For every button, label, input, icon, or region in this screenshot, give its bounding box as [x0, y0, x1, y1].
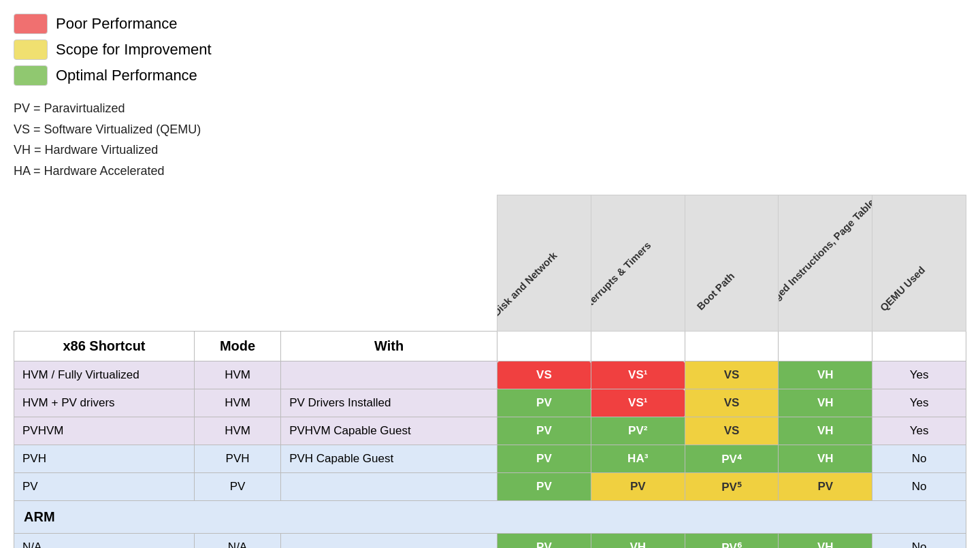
header-with-spacer — [281, 195, 497, 332]
angled-header-row: Disk and Network Interrupts & Timers Boo… — [14, 195, 966, 332]
header-mode-spacer — [194, 195, 280, 332]
th-disk-label — [497, 332, 591, 361]
cell-col-2: PV⁴ — [685, 445, 779, 473]
cell-shortcut: N/A — [14, 534, 195, 548]
cell-col-3: PV — [779, 473, 872, 501]
legend-item-poor: Poor Performance — [14, 14, 966, 34]
cell-with — [281, 361, 497, 389]
th-qemu-label — [872, 332, 966, 361]
th-priv-label — [779, 332, 872, 361]
cell-col-3: VH — [779, 417, 872, 445]
abbrev-pv: PV = Paravirtualized — [14, 98, 966, 119]
table-row-pvhvm: PVHVM HVM PVHVM Capable Guest PVPV²VSVHY… — [14, 417, 966, 445]
cell-shortcut: PVHVM — [14, 417, 195, 445]
cell-col-4: No — [872, 473, 966, 501]
table-row-pv: PV PV PVPVPV⁵PVNo — [14, 473, 966, 501]
cell-col-3: VH — [779, 389, 872, 417]
table-row-hvm1: HVM / Fully Virtualized HVM VSVS¹VSVHYes — [14, 361, 966, 389]
abbreviations-section: PV = Paravirtualized VS = Software Virtu… — [14, 98, 966, 181]
col-header-privileged: Privileged Instructions, Page Tables — [779, 195, 872, 325]
cell-with — [281, 473, 497, 501]
legend-label-optimal: Optimal Performance — [56, 67, 197, 84]
table-row-arm-header: ARM — [14, 501, 966, 534]
table-row-hvm2: HVM + PV drivers HVM PV Drivers Installe… — [14, 389, 966, 417]
cell-col-1: HA³ — [591, 445, 685, 473]
table-row-na: N/A N/A PVVHPV⁶VHNo — [14, 534, 966, 548]
abbrev-vs: VS = Software Virtualized (QEMU) — [14, 119, 966, 140]
angled-header-boot: Boot Path — [685, 195, 779, 332]
performance-table: Disk and Network Interrupts & Timers Boo… — [14, 195, 966, 548]
legend-item-scope: Scope for Improvement — [14, 39, 966, 60]
angled-header-interrupts: Interrupts & Timers — [591, 195, 685, 332]
cell-col-2: VS — [685, 361, 779, 389]
cell-col-0: PV — [497, 473, 591, 501]
cell-with: PVHVM Capable Guest — [281, 417, 497, 445]
header-shortcut-spacer — [14, 195, 195, 332]
cell-col-2: VS — [685, 417, 779, 445]
cell-col-4: No — [872, 534, 966, 548]
cell-shortcut: PVH — [14, 445, 195, 473]
cell-col-0: VS — [497, 361, 591, 389]
cell-mode: HVM — [194, 417, 280, 445]
th-shortcut: x86 Shortcut — [14, 332, 195, 361]
cell-col-4: Yes — [872, 389, 966, 417]
th-mode: Mode — [194, 332, 280, 361]
arm-header-cell: ARM — [14, 501, 966, 534]
cell-mode: HVM — [194, 361, 280, 389]
cell-mode: N/A — [194, 534, 280, 548]
legend-color-scope — [14, 39, 48, 60]
cell-mode: PV — [194, 473, 280, 501]
legend: Poor Performance Scope for Improvement O… — [14, 14, 966, 86]
cell-shortcut: PV — [14, 473, 195, 501]
cell-col-4: Yes — [872, 417, 966, 445]
cell-col-0: PV — [497, 389, 591, 417]
th-int-label — [591, 332, 685, 361]
cell-shortcut: HVM / Fully Virtualized — [14, 361, 195, 389]
th-boot-label — [685, 332, 779, 361]
table-row-pvh: PVH PVH PVH Capable Guest PVHA³PV⁴VHNo — [14, 445, 966, 473]
cell-with: PV Drivers Installed — [281, 389, 497, 417]
cell-col-4: Yes — [872, 361, 966, 389]
cell-col-3: VH — [779, 361, 872, 389]
col-header-disk: Disk and Network — [497, 250, 559, 319]
cell-col-2: PV⁵ — [685, 473, 779, 501]
angled-header-disk: Disk and Network — [497, 195, 591, 332]
cell-with — [281, 534, 497, 548]
abbrev-ha: HA = Hardware Accelerated — [14, 161, 966, 182]
col-header-interrupts: Interrupts & Timers — [591, 240, 653, 315]
cell-with: PVH Capable Guest — [281, 445, 497, 473]
legend-label-poor: Poor Performance — [56, 15, 178, 33]
th-with: With — [281, 332, 497, 361]
cell-col-2: VS — [685, 389, 779, 417]
cell-col-2: PV⁶ — [685, 534, 779, 548]
cell-shortcut: HVM + PV drivers — [14, 389, 195, 417]
cell-col-1: VH — [591, 534, 685, 548]
cell-col-1: PV² — [591, 417, 685, 445]
col-header-boot: Boot Path — [694, 270, 736, 312]
angled-header-qemu: QEMU Used — [872, 195, 966, 332]
cell-col-1: PV — [591, 473, 685, 501]
legend-item-optimal: Optimal Performance — [14, 65, 966, 86]
legend-color-optimal — [14, 65, 48, 86]
cell-col-1: VS¹ — [591, 389, 685, 417]
column-label-row: x86 Shortcut Mode With — [14, 332, 966, 361]
cell-col-4: No — [872, 445, 966, 473]
abbrev-vh: VH = Hardware Virtualized — [14, 140, 966, 161]
legend-label-scope: Scope for Improvement — [56, 41, 212, 59]
legend-color-poor — [14, 14, 48, 34]
angled-header-privileged: Privileged Instructions, Page Tables — [779, 195, 872, 332]
main-table-wrapper: Disk and Network Interrupts & Timers Boo… — [14, 195, 966, 548]
cell-col-1: VS¹ — [591, 361, 685, 389]
cell-col-0: PV — [497, 445, 591, 473]
cell-col-3: VH — [779, 534, 872, 548]
cell-col-3: VH — [779, 445, 872, 473]
cell-col-0: PV — [497, 417, 591, 445]
cell-mode: PVH — [194, 445, 280, 473]
cell-col-0: PV — [497, 534, 591, 548]
col-header-qemu: QEMU Used — [877, 264, 927, 314]
cell-mode: HVM — [194, 389, 280, 417]
